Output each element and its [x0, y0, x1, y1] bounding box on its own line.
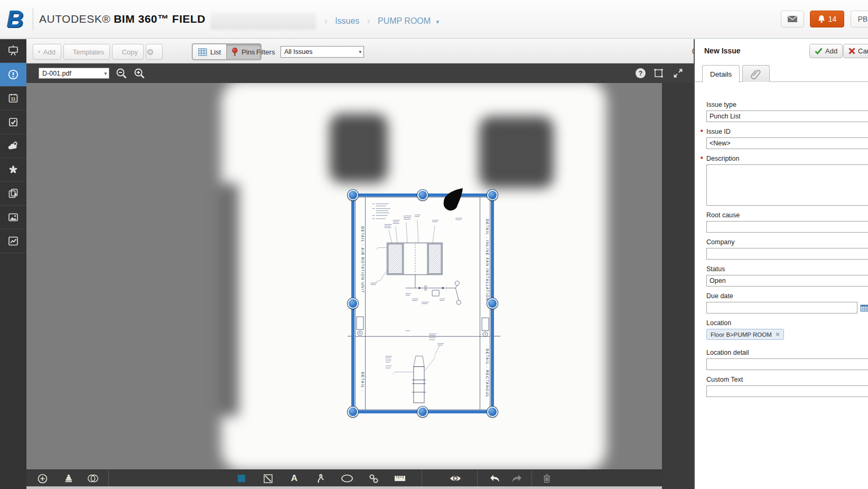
save-issue-button[interactable]: Add	[809, 44, 843, 58]
weather-icon	[7, 140, 20, 152]
paperclip-icon	[750, 68, 762, 80]
redacted-project-name	[210, 13, 316, 30]
freehand-tool-button[interactable]	[314, 472, 327, 485]
help-button[interactable]: ?	[636, 68, 646, 78]
chip-remove-icon[interactable]: ✕	[776, 331, 780, 337]
brand-product: BIM 360™ FIELD	[114, 13, 206, 25]
selection-handle-top-left[interactable]	[348, 190, 358, 200]
selected-image-frame[interactable]: DETAIL - AIR ROTATION UNIT DETAIL - INLI…	[351, 193, 494, 413]
drawing-canvas[interactable]: DETAIL - AIR ROTATION UNIT DETAIL - INLI…	[26, 83, 662, 469]
user-menu-button[interactable]: PB	[851, 11, 868, 27]
sidebar-item-checklists[interactable]	[0, 110, 26, 134]
stamp-tool-button[interactable]	[62, 472, 75, 485]
location-detail-input[interactable]	[706, 358, 868, 370]
selection-handle-bottom-right[interactable]	[487, 407, 498, 417]
line-tool-button[interactable]	[262, 472, 274, 485]
mail-button[interactable]	[781, 11, 804, 27]
zoom-out-button[interactable]	[115, 67, 128, 82]
check-icon	[815, 48, 823, 54]
link-tool-button[interactable]	[367, 472, 380, 485]
easel-icon	[7, 44, 20, 57]
selection-handle-mid-right[interactable]	[487, 298, 498, 309]
list-view-button[interactable]: List	[193, 44, 226, 59]
fit-view-icon	[654, 68, 664, 78]
selection-handle-top-center[interactable]	[417, 190, 428, 200]
brand-title: AUTODESK®BIM 360™ FIELD	[39, 13, 206, 25]
select-caret-icon: ▾	[359, 49, 361, 54]
due-date-input[interactable]	[706, 302, 857, 313]
sidebar-item-issues[interactable]	[0, 63, 26, 87]
issue-id-input[interactable]	[706, 137, 868, 149]
fit-view-button[interactable]	[654, 68, 664, 80]
breadcrumb-chevron-icon: ›	[324, 16, 328, 26]
status-select[interactable]	[706, 275, 868, 287]
stamp-icon	[64, 474, 73, 483]
company-input[interactable]	[706, 248, 868, 260]
location-chip[interactable]: Floor B>PUMP ROOM ✕	[706, 329, 784, 340]
calendar-picker-icon[interactable]	[860, 304, 868, 312]
description-textarea[interactable]	[706, 164, 868, 206]
selection-handle-bottom-center[interactable]	[417, 407, 428, 417]
sidebar-item-equipment[interactable]	[0, 158, 26, 182]
templates-button[interactable]: Templates	[63, 44, 110, 60]
selection-handle-bottom-left[interactable]	[348, 407, 358, 417]
root-cause-input[interactable]	[706, 221, 868, 233]
breadcrumb-issues-link[interactable]: Issues	[335, 16, 359, 25]
pins-view-button[interactable]: Pins	[226, 44, 260, 59]
mail-icon	[787, 15, 798, 23]
sidebar-item-documents[interactable]	[0, 182, 26, 206]
tab-attachments[interactable]	[742, 65, 770, 82]
ellipse-tool-button[interactable]	[341, 472, 353, 485]
issue-pin-icon[interactable]	[443, 188, 464, 211]
breadcrumb: › Issues › PUMP ROOM ▾	[319, 16, 439, 26]
zoom-in-icon	[133, 67, 146, 80]
add-issue-button[interactable]: Add	[33, 44, 61, 60]
sidebar-item-projects[interactable]	[0, 39, 26, 63]
viewer-bottom-strip	[26, 486, 662, 489]
sidebar-item-weather[interactable]	[0, 134, 26, 158]
document-library-icon	[7, 187, 20, 200]
root-cause-label: Root cause	[706, 211, 865, 219]
delete-annotation-button[interactable]	[540, 472, 553, 485]
sidebar-item-reports[interactable]	[0, 229, 26, 253]
sheet-select[interactable]: D-001.pdf ▾	[39, 68, 109, 79]
pushpin-icon	[231, 48, 238, 57]
panel-tabs: Details	[695, 62, 868, 82]
measure-tool-button[interactable]	[394, 472, 406, 485]
logo-divider	[33, 8, 33, 31]
zoom-in-button[interactable]	[133, 67, 146, 82]
cancel-issue-button[interactable]: Cancel	[843, 44, 868, 58]
tab-details[interactable]: Details	[702, 65, 740, 82]
status-label: Status	[706, 265, 865, 273]
overlapping-circles-icon	[87, 474, 99, 483]
breadcrumb-current-link[interactable]: PUMP ROOM	[378, 16, 431, 25]
sidebar-item-photos[interactable]	[0, 206, 26, 229]
selection-handle-top-right[interactable]	[487, 190, 498, 200]
issue-alert-icon	[7, 68, 20, 81]
fullscreen-button[interactable]	[673, 68, 683, 80]
visibility-button[interactable]	[449, 472, 462, 485]
due-date-label: Due date	[706, 292, 865, 300]
redo-icon	[511, 474, 522, 483]
text-tool-button[interactable]: A	[288, 472, 301, 485]
selection-handle-mid-left[interactable]	[348, 298, 358, 309]
filter-select[interactable]: All Issues ▾	[281, 46, 364, 58]
sidebar-item-schedule[interactable]: 11	[0, 87, 26, 110]
bell-icon	[818, 15, 825, 23]
issue-type-select[interactable]	[706, 110, 868, 122]
redo-button[interactable]	[510, 472, 523, 485]
custom-text-input[interactable]	[706, 385, 868, 397]
clone-tool-button[interactable]	[87, 472, 99, 485]
notifications-button[interactable]: 14	[810, 11, 844, 27]
undo-button[interactable]	[489, 472, 501, 485]
trash-icon	[543, 474, 550, 483]
rectangle-tool-button[interactable]	[235, 472, 248, 485]
settings-button[interactable]: ⚙	[146, 44, 163, 60]
photo-icon	[7, 211, 20, 224]
viewer-right-gutter	[662, 83, 694, 489]
copy-button[interactable]: Copy	[112, 44, 144, 60]
breadcrumb-caret-icon[interactable]: ▾	[436, 19, 440, 25]
add-annotation-button[interactable]	[36, 472, 49, 485]
brand-autodesk: AUTODESK®	[39, 13, 110, 25]
location-chip-row: Floor B>PUMP ROOM ✕	[706, 329, 868, 342]
